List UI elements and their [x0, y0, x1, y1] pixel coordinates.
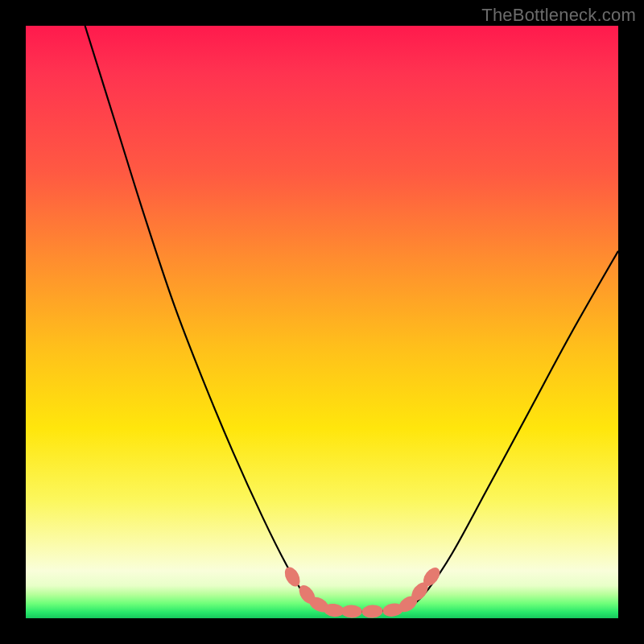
floor-bead-2	[341, 605, 362, 617]
curve-layer	[26, 26, 618, 618]
chart-frame: TheBottleneck.com	[0, 0, 644, 644]
bottleneck-curve	[85, 26, 618, 612]
watermark-text: TheBottleneck.com	[481, 5, 636, 26]
plot-area	[26, 26, 618, 618]
floor-bead-3	[361, 605, 383, 618]
left-bead-1	[282, 564, 303, 588]
